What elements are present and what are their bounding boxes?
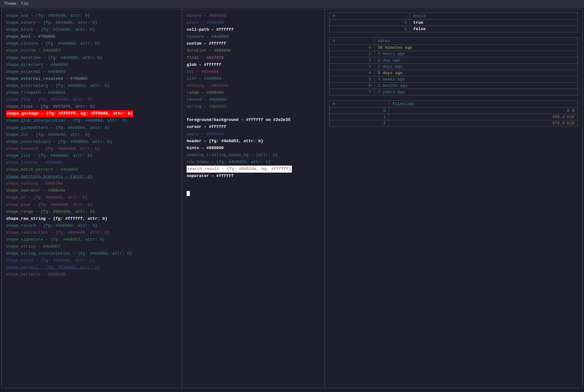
filesize-val-2: 976.6 KiB: [389, 120, 578, 127]
entry-shape-record: shape_record – {fg: #4e888d, attr: b}: [6, 222, 177, 229]
filesizes-col-header: filesizes: [389, 101, 578, 108]
bools-hash-header: #: [330, 13, 410, 20]
date-idx-6: 6: [330, 83, 375, 89]
entry-shape-bool: shape_bool – #78b0b5: [6, 33, 177, 40]
entry-shape-externalarg: shape_externalarg – {fg: #4e8d53, attr: …: [6, 82, 177, 89]
entry-string: string – #4e8d53: [187, 103, 320, 110]
entry-shape-raw-string: shape_raw_string – {fg: #ffffff, attr: b…: [6, 215, 177, 222]
entry-shape-list: shape_list – {fg: #4e888d, attr: b}: [6, 152, 177, 159]
entry-duration: duration – #888d4e: [187, 47, 320, 54]
bools-table-container: # bools 0 true 1 false: [329, 12, 578, 32]
entry-shape-globpattern: shape_globpattern – {fg: #4e888d, attr: …: [6, 124, 177, 131]
date-val-7: 2 years ago: [375, 89, 578, 95]
date-val-1: 3 hours ago: [375, 51, 578, 57]
dates-table-container: # dates 0 30 minutes ago 1 3 hours ago 2: [329, 37, 578, 95]
entry-separator: separator – #ffffff: [187, 173, 320, 180]
date-idx-2: 2: [330, 57, 375, 64]
bools-idx-0: 0: [330, 20, 410, 26]
entry-fg-bg: foreground/background – #ffffff on #2e2e…: [187, 117, 320, 123]
entry-shape-literal: shape_literal – #534e8d: [6, 159, 177, 166]
table-row: 7 2 years ago: [330, 89, 578, 95]
entry-shape-custom: shape_custom – #4e8d53: [6, 47, 177, 54]
entry-shape-internalcall: shape_internalcall – {fg: #4e888d, attr:…: [6, 138, 177, 145]
entry-custom: custom – #ffffff: [187, 40, 320, 47]
entry-range: range – #888d4e: [187, 89, 320, 96]
date-val-0: 30 minutes ago: [375, 45, 578, 51]
table-row: 1 488.3 KiB: [330, 114, 578, 120]
entry-shape-int: shape_int – {fg: #8d4e88, attr: b}: [6, 131, 177, 138]
date-val-4: 5 days ago: [375, 70, 578, 76]
table-row: 2 976.6 KiB: [330, 120, 578, 127]
table-row: 2 a day ago: [330, 57, 578, 64]
entry-shape-vardecl: shape_vardecl – {fg: #534e8d, attr: u}: [6, 264, 177, 271]
entry-empty: empty – #534e8d: [187, 131, 320, 138]
entry-shape-match-pattern: shape_match_pattern – #4e8d53: [6, 166, 177, 173]
entry-shape-binary: shape_binary – {fg: #8d4e88, attr: b}: [6, 19, 177, 26]
table-row: 0 30 minutes ago: [330, 45, 578, 51]
entry-binary: binary – #8d4e88: [187, 12, 320, 19]
entry-cursor: cursor – #ffffff: [187, 123, 320, 130]
date-idx-0: 0: [330, 45, 375, 51]
entry-shape-table: shape_table – {fg: #534e8d, attr: b}: [6, 257, 177, 264]
entry-int: int – #8d4e88: [187, 68, 320, 75]
entry-shape-string-interpolation: shape_string_interpolation – {fg: #4e888…: [6, 250, 177, 257]
entry-shape-flag: shape_flag – {fg: #534e8d, attr: b}: [6, 96, 177, 103]
date-val-3: 2 days ago: [375, 64, 578, 70]
entry-hints: hints – #000000: [187, 145, 320, 152]
entry-cell-path: cell-path – #ffffff: [187, 26, 320, 33]
cursor-indicator: [187, 189, 320, 196]
date-val-2: a day ago: [375, 57, 578, 64]
entry-shape-redirection: shape_redirection – {fg: #8d4e88, attr: …: [6, 229, 177, 236]
entry-block: block – #534e8d: [187, 19, 320, 26]
entry-shape-pipe: shape_pipe – {fg: #8d4e88, attr: b}: [6, 201, 177, 208]
entry-search-result: search_result – {fg: #8d534e, bg: #fffff…: [187, 166, 320, 173]
entry-shape-garbage: shape_garbage – {fg: #FFFFFF, bg: #FF000…: [6, 110, 177, 117]
col-left: shape_and – {fg: #8d4e88, attr: b} shape…: [2, 9, 182, 388]
entry-shape-range: shape_range – {fg: #888d4e, attr: b}: [6, 208, 177, 215]
dates-hash-header: #: [330, 38, 375, 45]
bools-val-false: false: [410, 26, 578, 32]
table-row: 6 2 months ago: [330, 83, 578, 89]
entry-closure: closure – #4e888d: [187, 33, 320, 40]
entry-shape-matching-brackets: shape_matching_brackets – {attr: u}: [6, 173, 177, 180]
filesize-idx-0: 0: [330, 108, 389, 114]
entry-shape-glob-interpolation: shape_glob_interpolation – {fg: #4e888d,…: [6, 117, 177, 124]
entry-shape-block: shape_block – {fg: #534e8d, attr: b}: [6, 26, 177, 33]
bools-idx-1: 1: [330, 26, 410, 32]
table-row: 0 true: [330, 20, 578, 26]
table-row: 3 2 days ago: [330, 64, 578, 70]
dates-table: # dates 0 30 minutes ago 1 3 hours ago 2: [329, 37, 578, 95]
date-idx-3: 3: [330, 64, 375, 70]
entry-shape-or: shape_or – {fg: #8d4e88, attr: b}: [6, 194, 177, 201]
entry-shape-string: shape_string – #4e8d53: [6, 243, 177, 250]
entry-shape-closure: shape_closure – {fg: #4e888d, attr: b}: [6, 40, 177, 47]
entry-shape-keyword: shape_keyword – {fg: #8d4e88, attr: b}: [6, 145, 177, 152]
filesizes-table-container: # filesizes 0 0 B 1 488.3 KiB 2: [329, 100, 578, 127]
entry-shape-datetime: shape_datetime – {fg: #4e888d, attr: b}: [6, 54, 177, 61]
table-row: 1 false: [330, 26, 578, 32]
date-val-5: 4 weeks ago: [375, 76, 578, 83]
entry-shape-signature: shape_signature – {fg: #4e8d53, attr: b}: [6, 236, 177, 243]
entry-shape-external: shape_external – #4e888d: [6, 68, 177, 75]
entry-shape-float: shape_float – {fg: #b57d78, attr: b}: [6, 103, 177, 110]
entry-shape-variable: shape_variable – #8d4e88: [6, 271, 177, 278]
entry-shape-directory: shape_directory – #4e888d: [6, 61, 177, 68]
filesize-val-1: 488.3 KiB: [389, 114, 578, 120]
date-idx-5: 5: [330, 76, 375, 83]
date-idx-1: 1: [330, 51, 375, 57]
entry-float: float – #b57d78: [187, 54, 320, 61]
entry-row-index: row_index – {fg: #4e8d53, attr: b}: [187, 159, 320, 166]
filesize-val-0: 0 B: [389, 108, 578, 114]
date-idx-7: 7: [330, 89, 375, 95]
entry-leading-trailing: leading_trailing_space_bg – {attr: n}: [187, 152, 320, 159]
entry-shape-operator: shape_operator – #888d4e: [6, 187, 177, 194]
table-row: 5 4 weeks ago: [330, 76, 578, 83]
entry-shape-and: shape_and – {fg: #8d4e88, attr: b}: [6, 12, 177, 19]
bools-col-header: bools: [410, 13, 578, 20]
table-row: 1 3 hours ago: [330, 51, 578, 57]
filesize-idx-2: 2: [330, 120, 389, 127]
col-right: # bools 0 true 1 false: [325, 9, 582, 388]
entry-shape-filepath: shape_filepath – #4e888d: [6, 89, 177, 96]
entry-record: record – #4e888d: [187, 96, 320, 103]
entry-list: list – #4e888d: [187, 75, 320, 82]
